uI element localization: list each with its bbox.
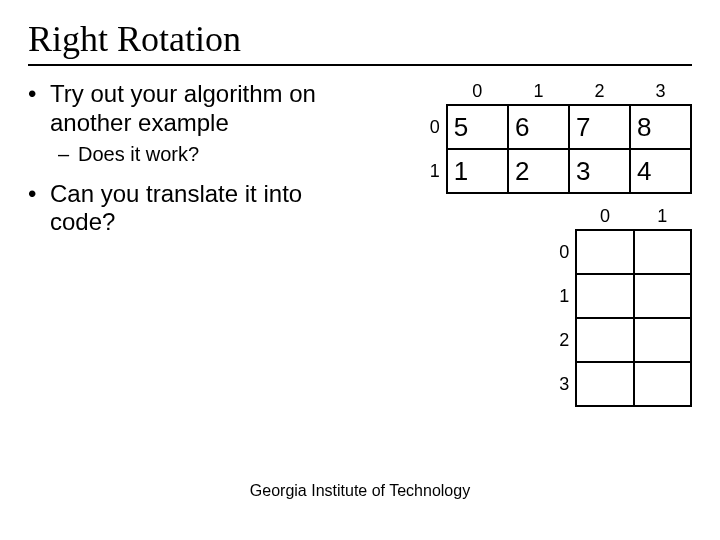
- grids-area: 0 1 2 3 0 5 6 7 8 1 1 2: [368, 80, 692, 241]
- grid-cell: 7: [569, 105, 630, 149]
- top-grid-col-headers: 0 1 2 3: [388, 80, 691, 105]
- bullet-1a: Does it work?: [28, 142, 368, 166]
- grid-cell: 5: [447, 105, 508, 149]
- grid-cell: 3: [569, 149, 630, 193]
- table-row: 1 1 2 3 4: [388, 149, 691, 193]
- row-header: 1: [388, 149, 447, 193]
- bullet-2: Can you translate it into code?: [28, 180, 368, 238]
- row-header: 0: [520, 230, 576, 274]
- slide-title: Right Rotation: [28, 18, 692, 66]
- footer-text: Georgia Institute of Technology: [0, 482, 720, 500]
- table-row: 0 5 6 7 8: [388, 105, 691, 149]
- col-header: 1: [634, 205, 691, 230]
- grid-cell: [576, 274, 633, 318]
- col-header: 0: [447, 80, 508, 105]
- grid-cell: 2: [508, 149, 569, 193]
- col-header: 0: [576, 205, 633, 230]
- grid-cell: [634, 362, 691, 406]
- bullet-list: Try out your algorithm on another exampl…: [28, 80, 368, 241]
- grid-cell: [634, 274, 691, 318]
- table-row: 2: [520, 318, 691, 362]
- grid-cell: 4: [630, 149, 691, 193]
- col-header: 3: [630, 80, 691, 105]
- content-row: Try out your algorithm on another exampl…: [28, 80, 692, 241]
- row-header: 3: [520, 362, 576, 406]
- row-header: 0: [388, 105, 447, 149]
- bottom-grid-col-headers: 0 1: [520, 205, 691, 230]
- bullet-1: Try out your algorithm on another exampl…: [28, 80, 368, 138]
- grid-cell: 6: [508, 105, 569, 149]
- table-row: 3: [520, 362, 691, 406]
- bottom-grid: 0 1 0 1 2: [520, 205, 692, 407]
- slide: Right Rotation Try out your algorithm on…: [0, 0, 720, 540]
- grid-cell: [576, 230, 633, 274]
- col-header: 2: [569, 80, 630, 105]
- row-header: 1: [520, 274, 576, 318]
- row-header: 2: [520, 318, 576, 362]
- grid-cell: [634, 230, 691, 274]
- col-header: 1: [508, 80, 569, 105]
- grid-cell: 8: [630, 105, 691, 149]
- top-grid: 0 1 2 3 0 5 6 7 8 1 1 2: [388, 80, 692, 194]
- table-row: 1: [520, 274, 691, 318]
- grid-cell: [634, 318, 691, 362]
- table-row: 0: [520, 230, 691, 274]
- grid-cell: [576, 362, 633, 406]
- grid-cell: 1: [447, 149, 508, 193]
- grid-cell: [576, 318, 633, 362]
